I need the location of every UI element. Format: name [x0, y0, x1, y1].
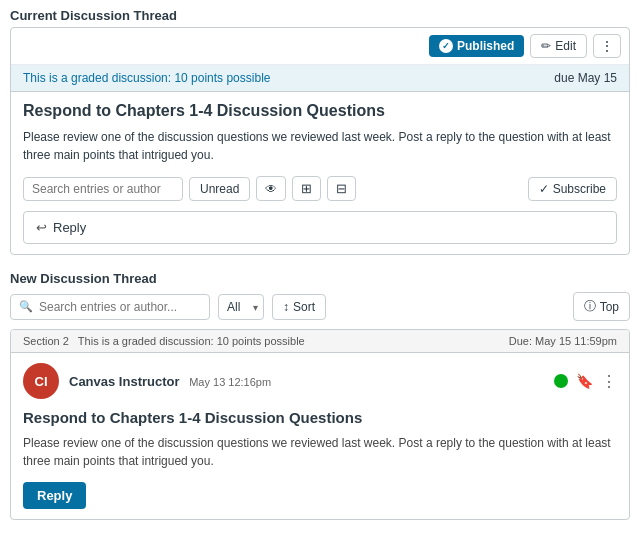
- old-thread-toolbar: Published Edit ⋮: [11, 28, 629, 65]
- due-text: due May 15: [554, 71, 617, 85]
- new-thread-section: New Discussion Thread 🔍 All ↕ Sort ⓘ Top…: [0, 271, 640, 520]
- top-button[interactable]: ⓘ Top: [573, 292, 630, 321]
- author-time: May 13 12:16pm: [189, 376, 271, 388]
- card-section-label: Section 2: [23, 335, 69, 347]
- thread-card-body: CI Canvas Instructor May 13 12:16pm 🔖 ⋮ …: [11, 353, 629, 519]
- thread-card: Section 2 This is a graded discussion: 1…: [10, 329, 630, 520]
- collapse-button[interactable]: ⊟: [327, 176, 356, 201]
- old-thread-section-header: Current Discussion Thread: [0, 0, 640, 27]
- bookmark-icon[interactable]: 🔖: [576, 373, 593, 389]
- reply-button[interactable]: Reply: [23, 482, 86, 509]
- top-label: Top: [600, 300, 619, 314]
- sort-label: Sort: [293, 300, 315, 314]
- author-row: CI Canvas Instructor May 13 12:16pm 🔖 ⋮: [23, 363, 617, 399]
- expand-button[interactable]: ⊞: [292, 176, 321, 201]
- info-icon: ⓘ: [584, 298, 596, 315]
- pencil-icon: [541, 39, 551, 53]
- sort-button[interactable]: ↕ Sort: [272, 294, 326, 320]
- card-graded-text: This is a graded discussion: 10 points p…: [78, 335, 305, 347]
- published-button[interactable]: Published: [429, 35, 524, 57]
- sort-icon: ↕: [283, 300, 289, 314]
- subscribe-button[interactable]: ✓ Subscribe: [528, 177, 617, 201]
- reply-label: Reply: [53, 220, 86, 235]
- search-row: Unread ⊞ ⊟ ✓ Subscribe: [23, 176, 617, 201]
- kebab-menu-icon[interactable]: ⋮: [601, 372, 617, 391]
- expand-icon: ⊞: [301, 181, 312, 196]
- graded-text: This is a graded discussion: 10 points p…: [23, 71, 270, 85]
- avatar: CI: [23, 363, 59, 399]
- author-meta: Canvas Instructor May 13 12:16pm: [69, 374, 544, 389]
- card-due-text: Due: May 15 11:59pm: [509, 335, 617, 347]
- discussion-title: Respond to Chapters 1-4 Discussion Quest…: [23, 102, 617, 120]
- search-icon: 🔍: [19, 300, 33, 313]
- old-thread-section: Current Discussion Thread Published Edit…: [0, 0, 640, 255]
- eye-button[interactable]: [256, 176, 286, 201]
- unread-button[interactable]: Unread: [189, 177, 250, 201]
- card-section-info: Section 2 This is a graded discussion: 1…: [23, 335, 305, 347]
- edit-button[interactable]: Edit: [530, 34, 587, 58]
- edit-label: Edit: [555, 39, 576, 53]
- collapse-icon: ⊟: [336, 181, 347, 196]
- check-circle-icon: [439, 39, 453, 53]
- card-description: Please review one of the discussion ques…: [23, 434, 617, 470]
- more-options-button[interactable]: ⋮: [593, 34, 621, 58]
- new-thread-section-header: New Discussion Thread: [10, 271, 630, 292]
- discussion-description: Please review one of the discussion ques…: [23, 128, 617, 164]
- old-thread-container: Published Edit ⋮ This is a graded discus…: [10, 27, 630, 255]
- filter-select-wrapper[interactable]: All: [218, 294, 264, 320]
- author-name: Canvas Instructor: [69, 374, 180, 389]
- reply-bar[interactable]: ↩ Reply: [23, 211, 617, 244]
- old-thread-body: Respond to Chapters 1-4 Discussion Quest…: [11, 92, 629, 254]
- thread-card-banner: Section 2 This is a graded discussion: 1…: [11, 330, 629, 353]
- author-actions: 🔖 ⋮: [554, 372, 617, 391]
- search-input[interactable]: [23, 177, 183, 201]
- status-dot: [554, 374, 568, 388]
- published-label: Published: [457, 39, 514, 53]
- card-title: Respond to Chapters 1-4 Discussion Quest…: [23, 409, 617, 426]
- reply-arrow-icon: ↩: [36, 220, 47, 235]
- new-thread-toolbar: 🔍 All ↕ Sort ⓘ Top: [10, 292, 630, 321]
- eye-icon: [265, 181, 277, 196]
- new-search-box[interactable]: 🔍: [10, 294, 210, 320]
- new-search-input[interactable]: [39, 300, 201, 314]
- filter-select[interactable]: All: [218, 294, 264, 320]
- graded-banner: This is a graded discussion: 10 points p…: [11, 65, 629, 92]
